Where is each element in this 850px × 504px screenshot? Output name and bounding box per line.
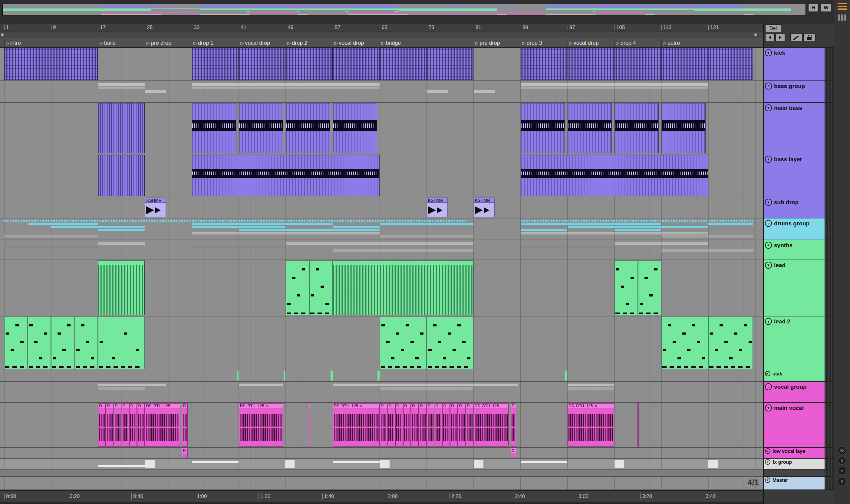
clip[interactable] [98, 103, 145, 153]
fold-closed-icon[interactable]: ▶ [765, 448, 771, 454]
lane-kick[interactable] [0, 48, 763, 81]
fold-open-icon[interactable]: ▼ [765, 404, 772, 411]
clip[interactable] [51, 226, 145, 228]
clip[interactable] [708, 317, 752, 369]
track-header-low-vocal-laye[interactable]: ▶low vocal laye [764, 448, 825, 458]
clip[interactable] [615, 103, 659, 153]
clip[interactable] [427, 90, 448, 93]
clip[interactable] [521, 103, 565, 153]
clip[interactable]: D [442, 403, 450, 447]
locator-pre-drop[interactable]: ▷pre drop [145, 39, 171, 47]
clip[interactable] [615, 229, 661, 231]
fold-open-icon[interactable]: ▼ [765, 49, 772, 56]
clip[interactable] [333, 226, 379, 228]
clip[interactable] [615, 48, 661, 80]
clip[interactable] [309, 260, 333, 315]
clip[interactable] [333, 249, 474, 252]
clip[interactable]: DS_BTH_125_v [333, 403, 379, 447]
unfold-group-icon[interactable]: ≡ [765, 220, 772, 227]
delete-button[interactable]: Del [765, 24, 781, 32]
mixer-toggle-d[interactable]: D [838, 477, 846, 485]
clip[interactable] [521, 223, 661, 225]
track-header-fx-group[interactable]: ≡fx group [764, 458, 825, 469]
clip[interactable] [239, 103, 283, 153]
clip[interactable] [568, 226, 708, 228]
clip[interactable] [98, 83, 145, 86]
clip[interactable] [333, 260, 474, 315]
clip[interactable] [661, 103, 706, 153]
bar-ruler[interactable]: 191725334149576573818997105113121 [0, 23, 763, 32]
lane-low-vocal-laye[interactable]: DD [0, 448, 763, 458]
clip[interactable] [521, 87, 708, 89]
clip[interactable] [192, 226, 285, 228]
clip[interactable] [568, 383, 614, 386]
clip[interactable]: D [98, 403, 106, 447]
track-header-synths[interactable]: ≡synths [764, 240, 825, 259]
clip[interactable]: KSHMR [427, 198, 448, 217]
locator-drop-3[interactable]: ▷drop 3 [521, 39, 542, 47]
lane-main-bass[interactable] [0, 103, 763, 154]
lane-bass-group[interactable] [0, 81, 763, 103]
clip[interactable] [237, 371, 239, 381]
draw-mode-button[interactable] [790, 34, 802, 41]
locator-drop-2[interactable]: ▷drop 2 [286, 39, 307, 47]
clip[interactable] [75, 317, 98, 369]
clip[interactable]: D [419, 403, 426, 447]
clip[interactable]: D [466, 403, 474, 447]
clip[interactable] [661, 317, 708, 369]
track-header-main-bass[interactable]: ▼main bass [764, 103, 825, 154]
clip[interactable] [309, 403, 310, 447]
clip[interactable] [333, 48, 379, 80]
clip[interactable] [98, 317, 145, 369]
locator-vocal-drop[interactable]: ▷vocal drop [333, 39, 364, 47]
clip[interactable] [98, 260, 145, 315]
clip[interactable]: D [427, 403, 435, 447]
lane-synths[interactable] [0, 240, 763, 260]
fold-open-icon[interactable]: ▼ [765, 262, 772, 269]
clip[interactable] [638, 260, 661, 315]
clip[interactable]: D [395, 403, 403, 447]
clip[interactable]: D [403, 403, 411, 447]
clip[interactable] [615, 260, 638, 315]
track-header-stab[interactable]: ▶stab [764, 370, 825, 381]
clip[interactable] [708, 223, 752, 225]
lane-fx-group[interactable] [0, 458, 763, 469]
clip[interactable] [98, 229, 145, 231]
locator-drop-1[interactable]: ▷drop 1 [192, 39, 213, 47]
clip[interactable] [377, 371, 379, 381]
track-header-drums-group[interactable]: ≡drums group [764, 218, 825, 239]
clip[interactable] [145, 90, 166, 93]
clip[interactable] [98, 87, 145, 89]
unfold-group-icon[interactable]: ≡ [765, 242, 772, 249]
clip[interactable] [286, 103, 330, 153]
clip[interactable] [98, 155, 145, 196]
clip[interactable] [4, 48, 98, 80]
zoom-height-button[interactable]: H [808, 4, 818, 12]
clip[interactable] [145, 460, 155, 468]
clip[interactable]: D [129, 403, 137, 447]
clip[interactable] [98, 387, 145, 390]
unfold-group-icon[interactable]: ≡ [765, 383, 772, 390]
arrangement-overview[interactable] [2, 4, 806, 16]
track-header-main-vocal[interactable]: ▼main vocal [764, 403, 825, 447]
locator-build[interactable]: ▷build [98, 39, 116, 47]
clip[interactable]: D [380, 403, 388, 447]
clip[interactable]: KSHMR [145, 198, 166, 217]
clip[interactable] [661, 249, 752, 252]
clip[interactable] [98, 465, 145, 467]
lane-sub-drop[interactable]: KSHMRKSHMRKSHMR [0, 197, 763, 218]
clip[interactable] [239, 48, 285, 80]
mixer-toggle-r[interactable]: R [838, 456, 846, 465]
clip[interactable] [615, 242, 708, 245]
fold-open-icon[interactable]: ▼ [765, 318, 772, 325]
clip[interactable]: D [435, 403, 442, 447]
clip[interactable] [380, 223, 474, 225]
clip[interactable] [427, 48, 474, 80]
clip[interactable] [51, 317, 74, 369]
clip[interactable] [521, 229, 567, 231]
mixer-toggle-io[interactable]: IO [838, 446, 846, 454]
clip[interactable] [380, 48, 426, 80]
clip[interactable] [239, 383, 283, 386]
clip[interactable]: D [388, 403, 395, 447]
clip[interactable]: DS_BTH_125_v [568, 403, 614, 447]
